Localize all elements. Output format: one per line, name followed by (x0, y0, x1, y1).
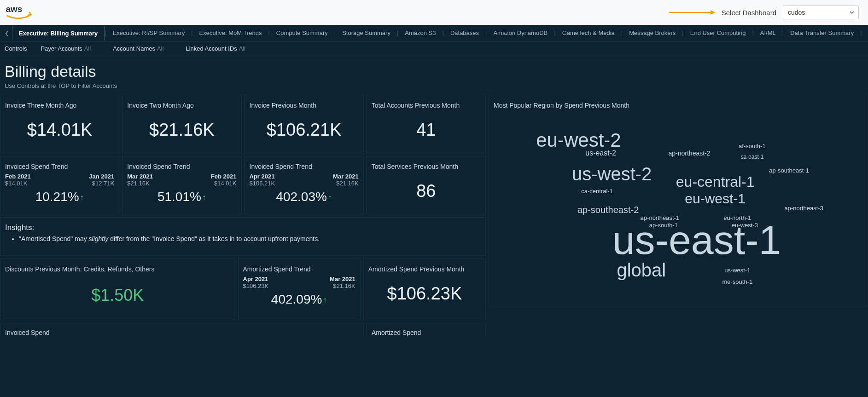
card-total-services: Total Services Previous Month 86 (367, 156, 486, 214)
trend-pct: 402.09% (271, 292, 322, 306)
card-title: Invoice Two Month Ago (127, 102, 236, 109)
wordcloud-word[interactable]: ap-northeast-3 (784, 205, 823, 212)
trend-right-val: $12.71K (92, 180, 114, 187)
trend-left-date: Mar 2021 (127, 173, 153, 180)
card-title: Most Popular Region by Spend Previous Mo… (494, 102, 863, 109)
wordcloud-word[interactable]: me-south-1 (722, 278, 752, 285)
wordcloud-word[interactable]: eu-north-1 (723, 214, 751, 221)
top-header: aws Select Dashboard cudos (0, 0, 868, 25)
wordcloud-word[interactable]: us-west-2 (572, 164, 652, 184)
tab-executive-ri-sp-summary[interactable]: Executive: RI/SP Summary (106, 26, 192, 40)
trend-right-val: $21.16K (333, 282, 355, 289)
kpi-value: $106.23K (368, 276, 481, 312)
arrow-up-icon: ↑ (80, 193, 84, 202)
card-title: Total Accounts Previous Month (372, 102, 481, 109)
tab-data-transfer-summary[interactable]: Data Transfer Summary (784, 26, 860, 40)
aws-logo: aws (4, 3, 35, 22)
trend-left-date: Feb 2021 (5, 173, 31, 180)
trend-right-val: $21.16K (336, 180, 358, 187)
kpi-value: 41 (372, 112, 481, 148)
wordcloud-word[interactable]: global (617, 260, 666, 281)
trend-left-val: $21.16K (127, 180, 149, 187)
tab-compute-summary[interactable]: Compute Summary (270, 26, 334, 40)
trend-left-date: Apr 2021 (250, 173, 275, 180)
wordcloud-word[interactable]: ca-central-1 (581, 188, 613, 195)
card-insights: Insights: "Amortised Spend" may slightly… (0, 217, 486, 256)
trend-pct: 51.01% (157, 190, 201, 204)
trend-right-date: Feb 2021 (211, 173, 237, 180)
tab-storage-summary[interactable]: Storage Summary (336, 26, 397, 40)
card-wordcloud: Most Popular Region by Spend Previous Mo… (489, 95, 868, 306)
wordcloud-word[interactable]: ap-southeast-1 (769, 167, 809, 174)
card-title: Invoiced Spend (5, 329, 359, 336)
trend-right-date: Mar 2021 (333, 173, 359, 180)
controls-bar: Controls Payer AccountsAllAccount NamesA… (0, 41, 868, 56)
card-amortized-prev: Amortized Spend Previous Month $106.23K (363, 259, 486, 320)
wordcloud-word[interactable]: eu-west-2 (536, 129, 621, 151)
card-discounts: Discounts Previous Month: Credits, Refun… (0, 259, 235, 320)
arrow-up-icon: ↑ (323, 295, 327, 305)
tab-databases[interactable]: Databases (444, 26, 485, 40)
card-title: Invoice Previous Month (250, 102, 359, 109)
card-amortized-trend: Amortized Spend Trend Apr 2021Mar 2021 $… (238, 259, 361, 320)
tab-moni[interactable]: Moni (862, 26, 868, 40)
trend-left-date: Apr 2021 (243, 276, 268, 282)
card-invoice-3mo: Invoice Three Month Ago $14.01K (0, 95, 119, 153)
page-title: Billing details (5, 63, 863, 81)
filter-payer-accounts[interactable]: Payer AccountsAll (41, 45, 91, 52)
trend-pct: 402.03% (276, 190, 327, 204)
trend-right-date: Jan 2021 (89, 173, 114, 180)
card-title: Invoiced Spend Trend (127, 163, 236, 170)
wordcloud-word[interactable]: ap-south-1 (649, 222, 678, 229)
card-title: Invoiced Spend Trend (5, 163, 114, 170)
wordcloud-word[interactable]: sa-east-1 (740, 154, 763, 160)
arrow-up-icon: ↑ (202, 193, 206, 202)
wordcloud-word[interactable]: eu-west-3 (732, 222, 758, 229)
card-amortized-spend-header: Amortized Spend (367, 323, 486, 337)
wordcloud-word[interactable]: eu-west-1 (685, 191, 746, 207)
wordcloud-word[interactable]: ap-northeast-1 (641, 214, 680, 221)
trend-right-date: Mar 2021 (330, 276, 355, 282)
card-invoiced-spend-header: Invoiced Spend (0, 323, 364, 337)
page-subtitle: Use Controls at the TOP to Filter Accoun… (5, 82, 863, 89)
card-invoice-prev: Invoice Previous Month $106.21K (245, 95, 364, 153)
tab-end-user-computing[interactable]: End User Computing (684, 26, 752, 40)
wordcloud-word[interactable]: us-east-2 (585, 149, 616, 157)
tab-amazon-s3[interactable]: Amazon S3 (398, 26, 442, 40)
header-right: Select Dashboard cudos (669, 6, 859, 19)
trend-left-val: $106.21K (250, 180, 275, 187)
wordcloud-word[interactable]: ap-southeast-2 (577, 205, 639, 215)
filter-account-names[interactable]: Account NamesAll (113, 45, 163, 52)
tab-amazon-dynamodb[interactable]: Amazon DynamoDB (487, 26, 554, 40)
card-title: Amortized Spend Previous Month (368, 265, 481, 273)
trend-pct: 10.21% (35, 190, 79, 204)
controls-label: Controls (5, 45, 27, 52)
kpi-value: $14.01K (5, 112, 114, 148)
arrow-up-icon: ↑ (328, 193, 332, 202)
tab-executive-mom-trends[interactable]: Executive: MoM Trends (193, 26, 268, 40)
insights-title: Insights: (5, 223, 481, 232)
svg-text:aws: aws (6, 4, 22, 14)
wordcloud-word[interactable]: us-west-1 (724, 267, 750, 274)
kpi-value: $1.50K (5, 276, 230, 315)
trend-left-val: $14.01K (5, 180, 27, 187)
tab-message-brokers[interactable]: Message Brokers (623, 26, 682, 40)
filter-linked-account-ids[interactable]: Linked Account IDsAll (186, 45, 245, 52)
tabs-bar: ❮ Executive: Billing Summary|Executive: … (0, 25, 868, 41)
tab-ai-ml[interactable]: AI/ML (754, 26, 782, 40)
card-trend-2: Invoiced Spend Trend Mar 2021Feb 2021 $2… (122, 156, 241, 214)
card-title: Total Services Previous Month (372, 163, 481, 170)
tab-executive-billing-summary[interactable]: Executive: Billing Summary (12, 26, 105, 40)
dashboard-grid: Invoice Three Month Ago $14.01K Invoice … (0, 92, 868, 320)
wordcloud-word[interactable]: ap-northeast-2 (669, 150, 711, 157)
dashboard-select[interactable]: cudos (783, 6, 859, 19)
wordcloud-word[interactable]: af-south-1 (739, 142, 766, 149)
tabs-scroll-left-icon[interactable]: ❮ (2, 30, 12, 36)
card-title: Discounts Previous Month: Credits, Refun… (5, 265, 230, 273)
card-title: Invoice Three Month Ago (5, 102, 114, 109)
tab-gametech-media[interactable]: GameTech & Media (556, 26, 621, 40)
wordcloud-canvas: us-east-1globaleu-west-2us-west-2eu-cent… (494, 112, 863, 300)
svg-marker-2 (711, 10, 715, 15)
wordcloud-word[interactable]: eu-central-1 (676, 173, 755, 190)
card-trend-3: Invoiced Spend Trend Apr 2021Mar 2021 $1… (245, 156, 364, 214)
